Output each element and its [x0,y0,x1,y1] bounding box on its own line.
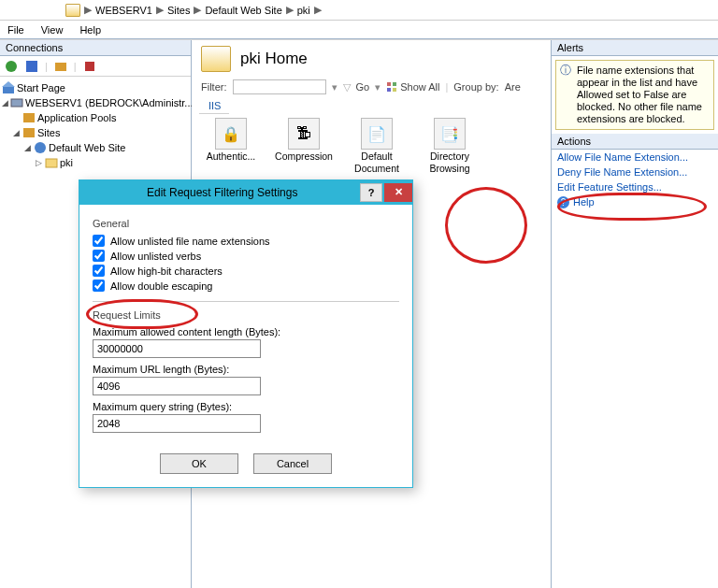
input-max-content-length[interactable] [93,339,261,358]
action-allow-extension[interactable]: Allow File Name Extension... [557,151,712,163]
divider [93,301,399,302]
tree-label: Start Page [17,80,65,95]
actions-list: Allow File Name Extension... Deny File N… [552,150,718,210]
collapse-icon[interactable]: ◢ [2,95,8,110]
sites-icon [22,126,36,139]
input-max-url-length[interactable] [93,377,261,395]
alert-message: File name extensions that appear in the … [555,60,714,130]
tree-default-web-site[interactable]: ◢ Default Web Site [22,140,189,155]
toolbar-separator: | [45,61,48,72]
filter-input[interactable] [233,79,326,94]
action-edit-feature-settings[interactable]: Edit Feature Settings... [557,181,712,193]
action-help[interactable]: Help [557,196,712,208]
feature-authentication[interactable]: 🔒 Authentic... [201,118,261,174]
app-pools-icon [22,111,36,124]
groupby-value[interactable]: Are [505,81,521,93]
stop-icon[interactable] [82,59,97,74]
chevron-right-icon: ▶ [314,4,322,16]
menu-view[interactable]: View [41,24,64,36]
lock-icon: 🔒 [215,118,247,150]
tree-start-page[interactable]: Start Page [2,80,189,95]
go-button[interactable]: Go [356,81,370,93]
address-breadcrumb[interactable]: ▶ WEBSERV1 ▶ Sites ▶ Default Web Site ▶ … [0,0,718,21]
toolbar-separator: | [74,61,77,72]
cancel-button[interactable]: Cancel [253,453,332,474]
menu-file[interactable]: File [7,24,24,36]
svg-rect-10 [46,159,57,167]
checkbox-input[interactable] [93,235,105,247]
chevron-right-icon: ▶ [286,4,294,16]
alerts-header: Alerts [552,40,718,56]
chevron-right-icon: ▶ [84,4,92,16]
svg-rect-13 [387,88,391,92]
chevron-right-icon: ▶ [156,4,164,16]
checkbox-input[interactable] [93,265,105,277]
compress-icon: 🗜 [288,118,320,150]
breadcrumb-item[interactable]: pki [297,5,310,16]
menu-bar: File View Help [0,21,718,39]
tree-sites[interactable]: ◢ Sites [11,125,189,140]
dialog-titlebar[interactable]: Edit Request Filtering Settings ? ✕ [79,180,412,205]
feature-default-document[interactable]: 📄 Default Document [347,118,407,174]
label-max-content-length: Maximum allowed content length (Bytes): [93,326,399,337]
breadcrumb-item[interactable]: WEBSERV1 [95,5,152,16]
label-max-url-length: Maximum URL length (Bytes): [93,364,399,375]
breadcrumb-item[interactable]: Default Web Site [205,5,281,16]
connect-icon[interactable] [4,59,19,74]
connections-tree: Start Page ◢ WEBSERV1 (BEDROCK\Administr… [0,77,191,174]
ok-button[interactable]: OK [160,453,238,474]
section-iis: IIS [199,98,229,114]
dropdown-icon[interactable]: ▾ [375,81,381,93]
tree-app-pools[interactable]: Application Pools [22,110,189,125]
svg-rect-3 [85,62,94,71]
home-icon [2,81,15,94]
save-icon[interactable] [24,59,39,74]
svg-rect-4 [3,86,14,93]
connections-toolbar: | | [0,56,191,77]
page-title: pki Home [240,50,308,68]
dialog-help-button[interactable]: ? [360,183,382,202]
svg-rect-12 [393,82,396,86]
chevron-right-icon: ▶ [194,4,201,16]
folder-icon [45,156,58,169]
edit-request-filtering-dialog: Edit Request Filtering Settings ? ✕ Gene… [79,179,413,488]
up-icon[interactable] [53,59,68,74]
checkbox-allow-unlisted-verbs[interactable]: Allow unlisted verbs [93,250,399,262]
checkbox-allow-high-bit[interactable]: Allow high-bit characters [93,265,399,277]
globe-icon [34,141,47,154]
showall-link[interactable]: Show All [386,81,439,93]
dropdown-icon[interactable]: ▾ [332,81,337,93]
tree-pki[interactable]: ▷ pki [34,155,189,170]
expand-icon[interactable]: ▷ [34,155,43,170]
checkbox-allow-unlisted-ext[interactable]: Allow unlisted file name extensions [93,235,399,247]
tree-label: Sites [37,125,60,140]
breadcrumb-item[interactable]: Sites [167,5,190,16]
feature-directory-browsing[interactable]: 📑 Directory Browsing [420,118,480,174]
action-deny-extension[interactable]: Deny File Name Extension... [557,166,712,178]
dialog-close-button[interactable]: ✕ [384,183,412,202]
checkbox-input[interactable] [93,280,105,292]
tree-label: Application Pools [37,110,116,125]
server-icon [10,96,23,109]
checkbox-allow-double-escaping[interactable]: Allow double escaping [93,280,399,292]
svg-rect-14 [393,88,396,92]
actions-header: Actions [552,134,718,150]
svg-rect-11 [387,82,391,86]
svg-rect-8 [23,128,35,137]
groupby-label: Group by: [453,81,498,93]
collapse-icon[interactable]: ◢ [11,125,21,140]
folder-icon [65,4,80,17]
checkbox-input[interactable] [93,250,105,262]
tree-server[interactable]: ◢ WEBSERV1 (BEDROCK\Administr... [2,95,189,110]
collapse-icon[interactable]: ◢ [22,140,32,155]
tree-label: WEBSERV1 (BEDROCK\Administr... [25,95,194,110]
feature-compression[interactable]: 🗜 Compression [274,118,334,174]
svg-point-0 [6,61,17,72]
funnel-icon: ▽ [343,81,351,93]
svg-rect-7 [23,113,35,122]
menu-help[interactable]: Help [79,24,101,36]
document-icon: 📄 [361,118,393,150]
input-max-query-string[interactable] [93,414,261,433]
folder-icon [201,46,231,72]
tree-label: pki [60,155,73,170]
